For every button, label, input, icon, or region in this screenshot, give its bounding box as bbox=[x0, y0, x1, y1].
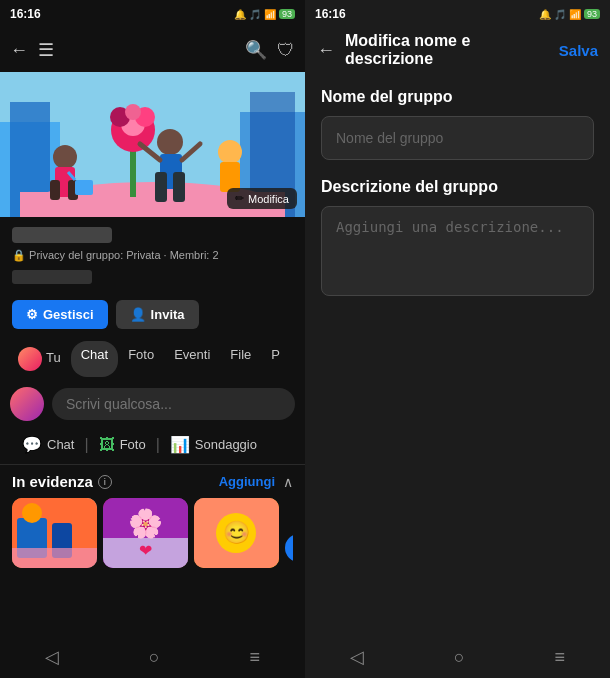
svg-rect-19 bbox=[155, 172, 167, 202]
svg-point-17 bbox=[157, 129, 183, 155]
nav-menu-right[interactable]: ≡ bbox=[555, 647, 566, 668]
gestisci-label: Gestisci bbox=[43, 307, 94, 322]
tab-foto[interactable]: Foto bbox=[118, 341, 164, 377]
shield-icon[interactable]: 🛡 bbox=[277, 40, 295, 61]
gestisci-icon: ⚙ bbox=[26, 307, 38, 322]
svg-rect-20 bbox=[173, 172, 185, 202]
nav-home-left[interactable]: ○ bbox=[149, 647, 160, 668]
tab-eventi[interactable]: Eventi bbox=[164, 341, 220, 377]
save-button[interactable]: Salva bbox=[559, 42, 598, 59]
sondaggio-label: Sondaggio bbox=[195, 437, 257, 452]
post-input[interactable] bbox=[52, 388, 295, 420]
composer-avatar bbox=[10, 387, 44, 421]
group-admin-blurred bbox=[12, 270, 92, 284]
tab-file[interactable]: File bbox=[220, 341, 261, 377]
in-evidenza-actions: Aggiungi ∧ bbox=[219, 474, 293, 490]
svg-point-30 bbox=[22, 503, 42, 523]
post-composer bbox=[0, 381, 305, 427]
search-icon[interactable]: 🔍 bbox=[245, 39, 267, 61]
foto-action-label: Foto bbox=[120, 437, 146, 452]
info-icon[interactable]: i bbox=[98, 475, 112, 489]
in-evidenza-header: In evidenza i Aggiungi ∧ bbox=[12, 473, 293, 490]
invita-button[interactable]: 👤 Invita bbox=[116, 300, 199, 329]
nav-home-right[interactable]: ○ bbox=[454, 647, 465, 668]
sondaggio-action[interactable]: 📊 Sondaggio bbox=[160, 431, 267, 458]
back-icon-right[interactable]: ← bbox=[317, 40, 335, 61]
right-panel-content: Nome del gruppo Descrizione del gruppo bbox=[305, 72, 610, 636]
group-tabs: Tu Chat Foto Eventi File P bbox=[0, 337, 305, 381]
svg-point-16 bbox=[125, 104, 141, 120]
story-card-3[interactable]: 😊 bbox=[194, 498, 279, 568]
right-status-icons: 🔔🎵📶93 bbox=[539, 9, 600, 20]
edit-story-button[interactable]: ✏ bbox=[285, 534, 293, 562]
tab-tu[interactable]: Tu bbox=[8, 341, 71, 377]
chat-action[interactable]: 💬 Chat bbox=[12, 431, 84, 458]
chevron-up-icon[interactable]: ∧ bbox=[283, 474, 293, 490]
post-actions-bar: 💬 Chat | 🖼 Foto | 📊 Sondaggio bbox=[0, 427, 305, 465]
foto-icon: 🖼 bbox=[99, 436, 115, 454]
right-status-time: 16:16 bbox=[315, 7, 346, 21]
gestisci-button[interactable]: ⚙ Gestisci bbox=[12, 300, 108, 329]
edit-panel-title: Modifica nome e descrizione bbox=[345, 32, 549, 68]
group-name-label: Nome del gruppo bbox=[321, 88, 594, 106]
group-cover: ✏ Modifica bbox=[0, 72, 305, 217]
svg-text:🌸: 🌸 bbox=[128, 507, 163, 540]
invita-label: Invita bbox=[151, 307, 185, 322]
group-desc-label: Descrizione del gruppo bbox=[321, 178, 594, 196]
in-evidenza-title: In evidenza i bbox=[12, 473, 112, 490]
svg-rect-9 bbox=[50, 180, 60, 200]
group-name-blurred bbox=[12, 227, 112, 243]
story-card-1[interactable] bbox=[12, 498, 97, 568]
tab-chat[interactable]: Chat bbox=[71, 341, 118, 377]
nav-menu-left[interactable]: ≡ bbox=[250, 647, 261, 668]
edit-cover-button[interactable]: ✏ Modifica bbox=[227, 188, 297, 209]
poll-icon: 📊 bbox=[170, 435, 190, 454]
pencil-icon: ✏ bbox=[235, 192, 244, 205]
svg-rect-25 bbox=[75, 180, 93, 195]
chat-action-label: Chat bbox=[47, 437, 74, 452]
tab-more[interactable]: P bbox=[261, 341, 290, 377]
group-name-input[interactable] bbox=[321, 116, 594, 160]
menu-icon[interactable]: ☰ bbox=[38, 39, 54, 61]
svg-point-23 bbox=[218, 140, 242, 164]
aggiungi-button[interactable]: Aggiungi bbox=[219, 474, 275, 489]
story-cards-row: 🌸 ❤ 😊 ✏ bbox=[12, 498, 293, 568]
story-card-2[interactable]: 🌸 ❤ bbox=[103, 498, 188, 568]
svg-point-7 bbox=[53, 145, 77, 169]
action-buttons-row: ⚙ Gestisci 👤 Invita bbox=[0, 296, 305, 337]
back-icon-left[interactable]: ← bbox=[10, 40, 28, 61]
invita-icon: 👤 bbox=[130, 307, 146, 322]
left-status-icons: 🔔🎵📶93 bbox=[234, 9, 295, 20]
nav-back-left[interactable]: ◁ bbox=[45, 646, 59, 668]
in-evidenza-section: In evidenza i Aggiungi ∧ bbox=[0, 465, 305, 572]
edit-cover-label: Modifica bbox=[248, 193, 289, 205]
nav-back-right[interactable]: ◁ bbox=[350, 646, 364, 668]
group-info-section: 🔒 Privacy del gruppo: Privata · Membri: … bbox=[0, 217, 305, 296]
foto-action[interactable]: 🖼 Foto bbox=[89, 432, 156, 458]
svg-text:😊: 😊 bbox=[223, 519, 251, 546]
chat-icon: 💬 bbox=[22, 435, 42, 454]
group-privacy-text: 🔒 Privacy del gruppo: Privata · Membri: … bbox=[12, 249, 293, 262]
group-desc-input[interactable] bbox=[321, 206, 594, 296]
svg-text:❤: ❤ bbox=[139, 542, 152, 559]
left-status-time: 16:16 bbox=[10, 7, 41, 21]
svg-rect-31 bbox=[12, 548, 97, 568]
